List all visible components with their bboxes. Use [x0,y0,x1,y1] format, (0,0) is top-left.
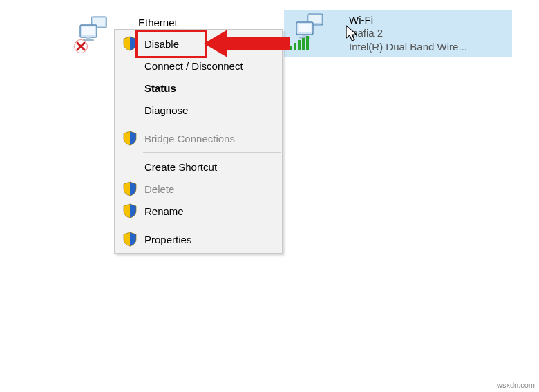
wifi-name: Wi-Fi [349,13,467,27]
menu-rename-label: Rename [144,205,184,217]
menu-connect-disconnect[interactable]: Connect / Disconnect [115,55,281,77]
menu-properties-label: Properties [144,234,191,245]
shield-icon [122,203,138,218]
disconnected-x-icon [73,39,88,54]
menu-delete: Delete [115,178,281,200]
menu-bridge-label: Bridge Connections [144,133,235,144]
wifi-signal-icon [290,36,309,50]
menu-disable-label: Disable [144,38,179,50]
svg-rect-17 [306,36,309,50]
menu-create-shortcut[interactable]: Create Shortcut [115,156,281,178]
menu-bridge-connections: Bridge Connections [115,127,281,149]
menu-separator [143,152,281,153]
wifi-adapter[interactable]: Wi-Fi mafia 2 Intel(R) Dual Band Wire... [284,10,512,57]
shield-icon [122,181,138,196]
menu-status-label: Status [144,82,176,94]
ethernet-adapter[interactable]: Ethernet [76,15,113,50]
menu-status[interactable]: Status [115,77,281,99]
shield-icon [122,36,138,51]
menu-separator [143,124,281,124]
wifi-device: Intel(R) Dual Band Wire... [349,40,467,54]
menu-disable[interactable]: Disable [115,32,281,55]
shield-icon [122,131,138,146]
svg-rect-14 [294,43,296,50]
svg-rect-3 [82,27,95,35]
svg-rect-15 [298,40,301,50]
wifi-network: mafia 2 [349,26,467,40]
menu-delete-label: Delete [144,183,174,195]
ethernet-name: Ethernet [138,17,178,28]
menu-separator [143,225,281,225]
mouse-cursor-icon [346,25,359,43]
menu-rename[interactable]: Rename [115,200,281,222]
wifi-adapter-icon [290,12,345,54]
watermark-text: wsxdn.com [497,381,535,389]
svg-rect-13 [290,46,292,50]
menu-diagnose-label: Diagnose [144,104,188,116]
svg-rect-16 [302,38,305,50]
menu-diagnose[interactable]: Diagnose [115,99,281,121]
context-menu: Disable Connect / Disconnect Status Diag… [114,29,283,254]
menu-properties[interactable]: Properties [115,228,281,250]
svg-rect-10 [299,24,312,32]
menu-connect-disconnect-label: Connect / Disconnect [144,60,243,72]
menu-create-shortcut-label: Create Shortcut [144,161,217,173]
shield-icon [122,232,138,247]
